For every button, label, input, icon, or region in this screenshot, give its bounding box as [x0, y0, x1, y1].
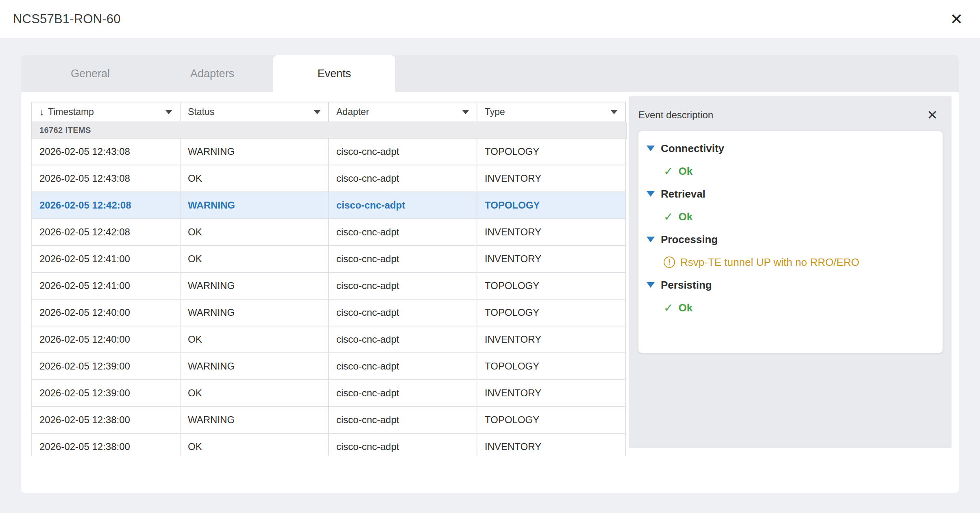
cell-adapter: cisco-cnc-adpt: [328, 326, 477, 353]
cell-adapter: cisco-cnc-adpt: [328, 246, 477, 273]
cell-timestamp: 2026-02-05 12:40:00: [31, 326, 180, 353]
column-header-adapter[interactable]: Adapter: [328, 102, 477, 122]
cell-status: OK: [180, 165, 328, 192]
table-row[interactable]: 2026-02-05 12:40:00 OK cisco-cnc-adpt IN…: [31, 326, 627, 353]
status-text: Ok: [678, 211, 693, 223]
cell-type: TOPOLOGY: [477, 407, 626, 434]
table-row[interactable]: 2026-02-05 12:43:08 OK cisco-cnc-adpt IN…: [31, 165, 627, 192]
cell-timestamp: 2026-02-05 12:38:00: [31, 407, 180, 434]
table-header-row: ↓ Timestamp Status Adapter Type: [31, 102, 627, 122]
tab-general[interactable]: General: [29, 55, 151, 92]
cell-timestamp: 2026-02-05 12:39:00: [31, 353, 180, 380]
cell-status: OK: [180, 434, 328, 456]
table-row[interactable]: 2026-02-05 12:42:08 WARNING cisco-cnc-ad…: [31, 192, 627, 219]
events-table: ↓ Timestamp Status Adapter Type: [31, 102, 627, 456]
items-count-row: 16762 ITEMS: [31, 122, 627, 139]
filter-dropdown-icon[interactable]: [610, 110, 618, 114]
collapse-triangle-icon: [647, 146, 655, 151]
column-header-type[interactable]: Type: [477, 102, 626, 122]
column-label: Timestamp: [48, 107, 94, 117]
section-items: ✓ Ok: [647, 296, 934, 319]
description-section: Persisting ✓ Ok: [647, 274, 934, 319]
section-toggle[interactable]: Connectivity: [647, 137, 934, 160]
ok-check-icon: ✓: [664, 301, 673, 315]
cell-type: TOPOLOGY: [477, 273, 626, 300]
description-section: Retrieval ✓ Ok: [647, 183, 934, 228]
collapse-triangle-icon: [647, 282, 655, 288]
tab-bar: General Adapters Events: [21, 55, 959, 92]
cell-adapter: cisco-cnc-adpt: [328, 219, 477, 246]
cell-timestamp: 2026-02-05 12:42:08: [31, 219, 180, 246]
table-row[interactable]: 2026-02-05 12:41:00 OK cisco-cnc-adpt IN…: [31, 246, 627, 273]
cell-adapter: cisco-cnc-adpt: [328, 139, 477, 165]
filter-dropdown-icon[interactable]: [462, 110, 469, 114]
event-description-card: Connectivity ✓ Ok Retrieval ✓ Ok Process…: [638, 131, 943, 353]
sort-descending-icon: ↓: [39, 107, 44, 117]
tab-events[interactable]: Events: [273, 55, 395, 92]
cell-timestamp: 2026-02-05 12:43:08: [31, 165, 180, 192]
section-toggle[interactable]: Retrieval: [647, 183, 934, 205]
cell-type: TOPOLOGY: [477, 353, 626, 380]
device-details-panel: General Adapters Events ↓ Timestamp Stat…: [21, 55, 959, 493]
section-toggle[interactable]: Persisting: [647, 274, 934, 296]
ok-check-icon: ✓: [664, 165, 673, 178]
cell-type: INVENTORY: [477, 165, 626, 192]
cell-status: WARNING: [180, 300, 328, 326]
cell-adapter: cisco-cnc-adpt: [328, 380, 477, 407]
cell-status: OK: [180, 246, 328, 273]
tab-adapters[interactable]: Adapters: [151, 55, 273, 92]
table-row[interactable]: 2026-02-05 12:38:00 OK cisco-cnc-adpt IN…: [31, 434, 627, 456]
status-line: ✓ Ok: [647, 296, 934, 319]
section-toggle[interactable]: Processing: [647, 228, 934, 251]
warning-icon: !: [664, 256, 675, 268]
table-row[interactable]: 2026-02-05 12:42:08 OK cisco-cnc-adpt IN…: [31, 219, 627, 246]
cell-adapter: cisco-cnc-adpt: [328, 300, 477, 326]
cell-type: TOPOLOGY: [477, 300, 626, 326]
items-count: 16762 ITEMS: [39, 126, 91, 135]
dialog-close-icon[interactable]: ✕: [950, 11, 963, 27]
cell-timestamp: 2026-02-05 12:43:08: [31, 139, 180, 165]
cell-timestamp: 2026-02-05 12:41:00: [31, 246, 180, 273]
cell-status: OK: [180, 219, 328, 246]
column-label: Status: [188, 107, 214, 117]
events-table-body: 2026-02-05 12:43:08 WARNING cisco-cnc-ad…: [31, 139, 627, 456]
filter-dropdown-icon[interactable]: [314, 110, 321, 114]
cell-timestamp: 2026-02-05 12:41:00: [31, 273, 180, 300]
cell-status: OK: [180, 380, 328, 407]
cell-status: WARNING: [180, 353, 328, 380]
collapse-triangle-icon: [647, 191, 655, 197]
cell-timestamp: 2026-02-05 12:38:00: [31, 434, 180, 456]
section-label: Connectivity: [661, 142, 724, 155]
cell-status: WARNING: [180, 192, 328, 219]
table-row[interactable]: 2026-02-05 12:43:08 WARNING cisco-cnc-ad…: [31, 139, 627, 165]
status-text: Rsvp-TE tunnel UP with no RRO/ERO: [680, 256, 859, 269]
event-description-close-icon[interactable]: ✕: [927, 109, 938, 122]
status-line: ✓ Ok: [647, 160, 934, 183]
collapse-triangle-icon: [647, 237, 655, 242]
table-row[interactable]: 2026-02-05 12:40:00 WARNING cisco-cnc-ad…: [31, 300, 627, 326]
table-row[interactable]: 2026-02-05 12:41:00 WARNING cisco-cnc-ad…: [31, 273, 627, 300]
table-row[interactable]: 2026-02-05 12:39:00 WARNING cisco-cnc-ad…: [31, 353, 627, 380]
cell-status: OK: [180, 326, 328, 353]
cell-timestamp: 2026-02-05 12:39:00: [31, 380, 180, 407]
status-line: ✓ Ok: [647, 205, 934, 228]
cell-status: WARNING: [180, 407, 328, 434]
device-title: NCS57B1-RON-60: [13, 12, 121, 26]
event-description-header: Event description ✕: [629, 96, 952, 122]
status-line: ! Rsvp-TE tunnel UP with no RRO/ERO: [647, 251, 934, 274]
column-header-timestamp[interactable]: ↓ Timestamp: [31, 102, 180, 122]
section-items: ! Rsvp-TE tunnel UP with no RRO/ERO: [647, 251, 934, 274]
section-label: Persisting: [661, 279, 712, 291]
column-label: Adapter: [336, 107, 369, 117]
cell-adapter: cisco-cnc-adpt: [328, 273, 477, 300]
cell-adapter: cisco-cnc-adpt: [328, 407, 477, 434]
cell-type: INVENTORY: [477, 246, 626, 273]
section-items: ✓ Ok: [647, 205, 934, 228]
cell-adapter: cisco-cnc-adpt: [328, 165, 477, 192]
table-row[interactable]: 2026-02-05 12:38:00 WARNING cisco-cnc-ad…: [31, 407, 627, 434]
table-row[interactable]: 2026-02-05 12:39:00 OK cisco-cnc-adpt IN…: [31, 380, 627, 407]
cell-status: WARNING: [180, 139, 328, 165]
column-header-status[interactable]: Status: [180, 102, 328, 122]
section-items: ✓ Ok: [647, 160, 934, 183]
filter-dropdown-icon[interactable]: [165, 110, 172, 114]
